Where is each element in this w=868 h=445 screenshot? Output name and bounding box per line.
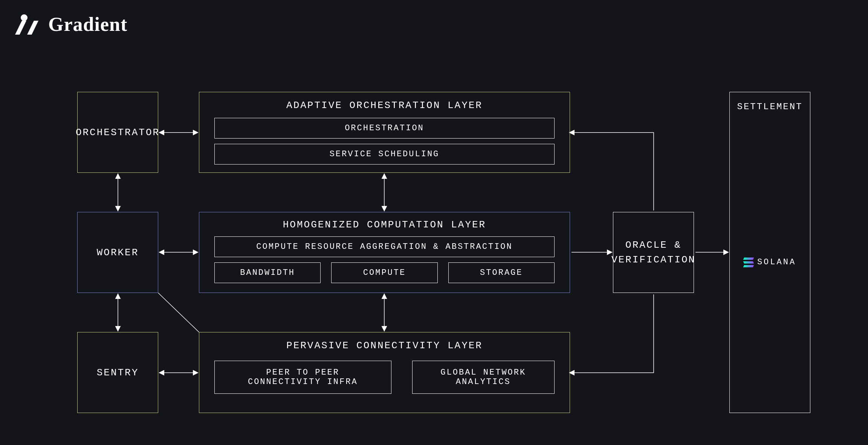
orchestrator-box: ORCHESTRATOR xyxy=(77,92,158,173)
p2p-connectivity-box: PEER TO PEER CONNECTIVITY INFRA xyxy=(214,361,391,394)
orchestration-box: ORCHESTRATION xyxy=(214,118,555,139)
adaptive-layer-title: ADAPTIVE ORCHESTRATION LAYER xyxy=(286,100,483,111)
solana-logo: SOLANA xyxy=(744,258,796,267)
sentry-label: SENTRY xyxy=(97,367,139,378)
homogenized-layer-box: HOMOGENIZED COMPUTATION LAYER COMPUTE RE… xyxy=(199,212,570,293)
sentry-box: SENTRY xyxy=(77,332,158,413)
settlement-title: SETTLEMENT xyxy=(737,102,802,112)
global-network-analytics-box: GLOBAL NETWORK ANALYTICS xyxy=(412,361,555,394)
solana-icon xyxy=(744,258,753,267)
pervasive-layer-box: PERVASIVE CONNECTIVITY LAYER PEER TO PEE… xyxy=(199,332,570,413)
pervasive-layer-title: PERVASIVE CONNECTIVITY LAYER xyxy=(286,340,483,351)
solana-text: SOLANA xyxy=(757,258,796,267)
aggregation-box: COMPUTE RESOURCE AGGREGATION & ABSTRACTI… xyxy=(214,236,555,257)
gradient-logo-icon xyxy=(15,14,41,35)
worker-label: WORKER xyxy=(97,247,139,258)
bandwidth-box: BANDWIDTH xyxy=(214,262,321,283)
worker-box: WORKER xyxy=(77,212,158,293)
orchestrator-label: ORCHESTRATOR xyxy=(76,127,160,138)
adaptive-layer-box: ADAPTIVE ORCHESTRATION LAYER ORCHESTRATI… xyxy=(199,92,570,173)
oracle-verification-label: ORACLE & VERIFICATION xyxy=(611,238,695,267)
storage-box: STORAGE xyxy=(448,262,555,283)
compute-box: COMPUTE xyxy=(331,262,437,283)
brand-name: Gradient xyxy=(48,13,127,35)
service-scheduling-box: SERVICE SCHEDULING xyxy=(214,144,555,165)
svg-point-0 xyxy=(21,14,28,21)
homogenized-layer-title: HOMOGENIZED COMPUTATION LAYER xyxy=(283,219,486,230)
brand-logo: Gradient xyxy=(15,13,127,35)
settlement-box: SETTLEMENT SOLANA xyxy=(729,92,810,413)
svg-line-6 xyxy=(158,293,199,332)
oracle-verification-box: ORACLE & VERIFICATION xyxy=(613,212,694,293)
